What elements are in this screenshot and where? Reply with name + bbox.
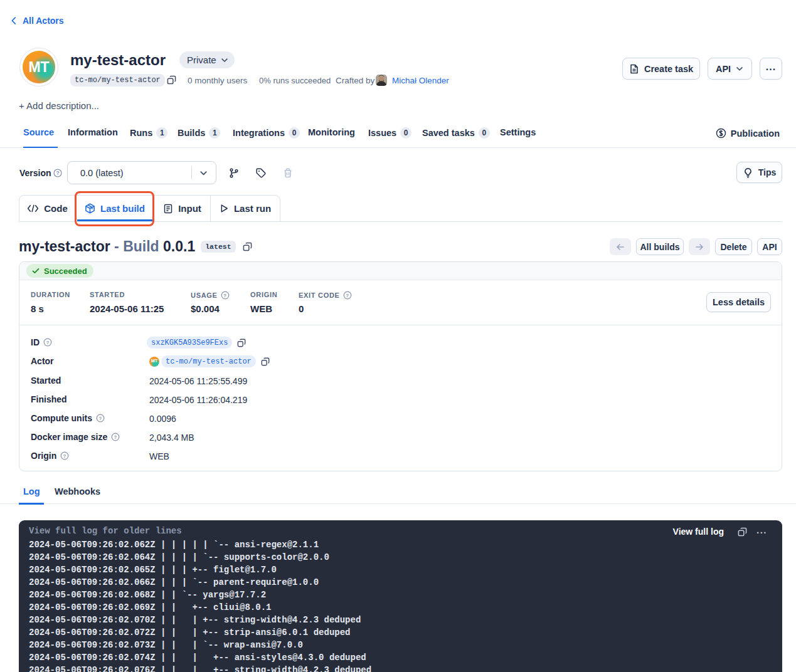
svg-text:?: ? — [99, 416, 102, 421]
svg-text:?: ? — [346, 293, 349, 298]
svg-text:?: ? — [63, 453, 66, 459]
svg-text:?: ? — [56, 170, 59, 176]
svg-text:?: ? — [223, 293, 226, 298]
svg-text:?: ? — [114, 434, 117, 440]
svg-text:?: ? — [46, 340, 50, 345]
